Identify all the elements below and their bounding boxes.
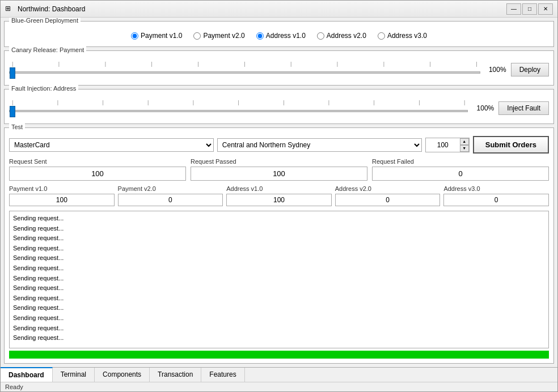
spinner-down[interactable]: ▼ — [460, 145, 469, 152]
metric-address-v2-label: Address v2.0 — [335, 185, 441, 192]
metric-address-v2-value: 0 — [335, 194, 441, 206]
test-controls-row: MasterCard Visa AmericanExpress Central … — [9, 136, 549, 154]
payment-v1-label: Payment v1.0 — [141, 32, 182, 40]
metric-payment-v1-value: 100 — [9, 194, 115, 206]
log-line: Sending request... — [13, 224, 545, 234]
address-v1-option[interactable]: Address v1.0 — [256, 32, 306, 40]
canary-percent: 100% — [485, 66, 506, 74]
canary-ticks: ||||||||||| — [9, 61, 480, 67]
test-label: Test — [9, 123, 25, 130]
metric-address-v3-value: 0 — [443, 194, 549, 206]
fault-slider-row: ||||||||||| 100% Inject Fault — [9, 97, 549, 119]
content-area: Blue-Green Deployment Payment v1.0 Payme… — [1, 18, 557, 367]
inject-fault-button[interactable]: Inject Fault — [498, 101, 549, 115]
metric-payment-v2: Payment v2.0 0 — [118, 185, 223, 206]
minimize-button[interactable]: — — [506, 3, 521, 15]
tab-dashboard[interactable]: Dashboard — [1, 367, 53, 382]
request-sent-label: Request Sent — [9, 158, 186, 165]
metric-address-v2: Address v2.0 0 — [335, 185, 441, 206]
metric-payment-v2-label: Payment v2.0 — [118, 185, 223, 192]
canary-group: Canary Release: Payment ||||||||||| 100%… — [4, 50, 554, 86]
address-v2-radio[interactable] — [317, 32, 324, 40]
fault-label: Fault Injection: Address — [9, 85, 78, 92]
metric-payment-v1-label: Payment v1.0 — [9, 185, 115, 192]
request-failed-label: Request Failed — [372, 158, 549, 165]
address-v2-label: Address v2.0 — [327, 32, 366, 40]
fault-slider-container: ||||||||||| — [9, 100, 468, 117]
fault-group: Fault Injection: Address ||||||||||| 100… — [4, 89, 554, 124]
payment-v2-option[interactable]: Payment v2.0 — [193, 32, 244, 40]
maximize-button[interactable]: □ — [522, 3, 537, 15]
progress-bar — [9, 351, 549, 359]
request-passed-label: Request Passed — [191, 158, 367, 165]
log-line: Sending request... — [13, 214, 545, 224]
metric-address-v3: Address v3.0 0 — [443, 185, 549, 206]
log-line: Sending request... — [13, 313, 545, 323]
fault-ticks: ||||||||||| — [9, 100, 468, 105]
address-v3-radio[interactable] — [378, 32, 385, 40]
metric-address-v1-label: Address v1.0 — [226, 185, 332, 192]
log-line: Sending request... — [13, 303, 545, 313]
payment-v2-radio[interactable] — [193, 32, 201, 40]
metric-address-v3-label: Address v3.0 — [443, 185, 549, 192]
window-controls: — □ ✕ — [506, 3, 553, 15]
log-line: Sending request... — [13, 263, 545, 274]
payment-v1-option[interactable]: Payment v1.0 — [131, 32, 182, 40]
request-sent-value: 100 — [9, 167, 186, 181]
region-select[interactable]: Central and Northern Sydney Eastern Sydn… — [217, 138, 422, 152]
fault-percent: 100% — [472, 104, 494, 112]
submit-orders-button[interactable]: Submit Orders — [473, 136, 549, 154]
log-line: Sending request... — [13, 253, 545, 263]
address-v3-label: Address v3.0 — [387, 32, 427, 40]
log-line: Sending request... — [13, 323, 545, 334]
blue-green-radio-row: Payment v1.0 Payment v2.0 Address v1.0 A… — [9, 29, 549, 42]
request-failed-value: 0 — [372, 167, 549, 181]
tab-bar: Dashboard Terminal Components Transactio… — [1, 367, 557, 382]
tab-transaction[interactable]: Transaction — [150, 368, 201, 382]
request-failed-group: Request Failed 0 — [372, 158, 549, 181]
log-area[interactable]: Sending request...Sending request...Send… — [9, 211, 549, 348]
status-bar: Ready — [1, 382, 557, 391]
metrics-row: Payment v1.0 100 Payment v2.0 0 Address … — [9, 185, 549, 206]
log-line: Sending request... — [13, 333, 545, 343]
log-line: Sending request... — [13, 244, 545, 254]
canary-slider-row: ||||||||||| 100% Deploy — [9, 59, 549, 80]
fault-slider[interactable] — [9, 105, 468, 117]
spinner-up[interactable]: ▲ — [460, 138, 469, 145]
test-group: Test MasterCard Visa AmericanExpress Cen… — [4, 127, 554, 364]
request-passed-value: 100 — [191, 167, 367, 181]
canary-slider-container: ||||||||||| — [9, 61, 480, 78]
address-v1-radio[interactable] — [256, 32, 264, 40]
canary-slider[interactable] — [9, 67, 480, 78]
spinner-buttons: ▲ ▼ — [460, 138, 469, 152]
address-v2-option[interactable]: Address v2.0 — [317, 32, 366, 40]
quantity-input[interactable] — [426, 138, 460, 152]
quantity-wrap: ▲ ▼ — [425, 138, 470, 152]
blue-green-label: Blue-Green Deployment — [9, 18, 81, 24]
deploy-button[interactable]: Deploy — [511, 63, 549, 76]
payment-v2-label: Payment v2.0 — [203, 32, 244, 40]
main-window: ⊞ Northwind: Dashboard — □ ✕ Blue-Green … — [0, 0, 558, 392]
stats-row: Request Sent 100 Request Passed 100 Requ… — [9, 158, 549, 181]
canary-label: Canary Release: Payment — [9, 46, 86, 53]
log-line: Sending request... — [13, 274, 545, 284]
blue-green-group: Blue-Green Deployment Payment v1.0 Payme… — [4, 21, 554, 47]
tab-features[interactable]: Features — [201, 368, 244, 382]
tab-terminal[interactable]: Terminal — [53, 368, 95, 382]
request-passed-group: Request Passed 100 — [191, 158, 367, 181]
request-sent-group: Request Sent 100 — [9, 158, 186, 181]
log-line: Sending request... — [13, 233, 545, 244]
card-select[interactable]: MasterCard Visa AmericanExpress — [9, 138, 214, 152]
metric-address-v1: Address v1.0 100 — [226, 185, 332, 206]
metric-payment-v1: Payment v1.0 100 — [9, 185, 115, 206]
address-v3-option[interactable]: Address v3.0 — [378, 32, 427, 40]
title-bar-left: ⊞ Northwind: Dashboard — [5, 5, 85, 14]
payment-v1-radio[interactable] — [131, 32, 138, 40]
log-line: Sending request... — [13, 293, 545, 304]
close-button[interactable]: ✕ — [538, 3, 553, 15]
metric-address-v1-value: 100 — [226, 194, 332, 206]
metric-payment-v2-value: 0 — [118, 194, 223, 206]
window-title: Northwind: Dashboard — [18, 5, 85, 13]
tab-components[interactable]: Components — [95, 368, 150, 382]
status-text: Ready — [5, 384, 23, 390]
